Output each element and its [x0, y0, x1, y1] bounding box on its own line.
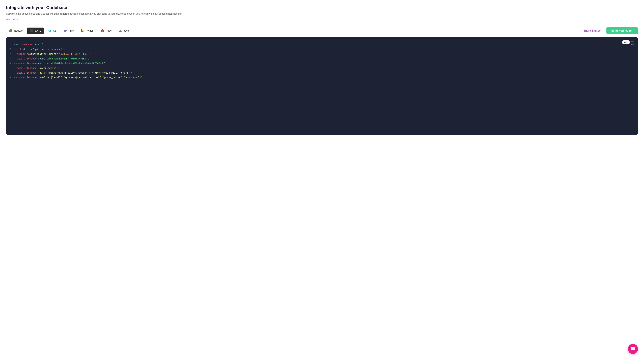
tab-ruby[interactable]: Ruby — [98, 28, 114, 34]
tab-nodejs-label: Node.js — [14, 29, 23, 32]
page-subtitle: Complete the above steps and Courier wil… — [6, 12, 638, 16]
svg-rect-7 — [81, 29, 82, 31]
svg-text:JS: JS — [10, 30, 12, 32]
line-number-2: 2 — [10, 47, 14, 51]
tab-php[interactable]: php PHP — [60, 28, 77, 34]
learn-more-link[interactable]: Learn More — [6, 18, 18, 21]
svg-point-9 — [81, 31, 83, 32]
svg-text:php: php — [64, 30, 66, 32]
tab-go-label: Go — [53, 29, 56, 32]
svg-text:Go: Go — [48, 30, 51, 32]
toolbar-actions: Share Snippet Send Notification — [581, 27, 638, 34]
tab-php-label: PHP — [68, 29, 74, 32]
code-line-2: 2 --url https://api.courier.com/send \ — [10, 47, 633, 52]
page-header: Integrate with your Codebase Complete th… — [6, 5, 638, 21]
tab-curl-label: cURL — [35, 29, 41, 32]
tab-python[interactable]: Python — [78, 28, 96, 34]
code-line-3: 3 --header 'Authorization: Bearer YOUR_A… — [10, 52, 633, 56]
line-number-8: 8 — [10, 75, 14, 80]
line-content-3: --header 'Authorization: Bearer YOUR_AUT… — [14, 52, 633, 56]
code-editor: 1 curl --request POST \ 2 --url https://… — [6, 37, 638, 135]
counter-badge: 0/2 — [622, 40, 630, 44]
line-content-4: --data-urlencode event=GVWP5X1EAK4XM7HTT… — [14, 56, 633, 61]
nodejs-icon: JS — [9, 29, 13, 33]
tab-java[interactable]: Java — [116, 28, 132, 34]
line-number-5: 5 — [10, 61, 14, 66]
line-number-4: 4 — [10, 56, 14, 61]
go-icon: Go — [48, 29, 52, 33]
tab-ruby-label: Ruby — [106, 29, 112, 32]
line-content-1: curl --request POST \ — [14, 42, 633, 47]
line-content-5: --data-urlencode recipient=f2201b9e-09df… — [14, 61, 633, 66]
line-number-1: 1 — [10, 42, 14, 47]
chat-icon — [630, 346, 635, 351]
svg-point-14 — [120, 30, 121, 32]
code-line-1: 1 curl --request POST \ — [10, 42, 633, 47]
copy-button[interactable] — [630, 41, 634, 46]
python-icon — [81, 29, 84, 33]
code-line-6: 6 --data-urlencode 'override={}' \ — [10, 66, 633, 71]
svg-text:>_: >_ — [31, 30, 32, 32]
line-content-7: --data-urlencode 'data={"playerName":"Bi… — [14, 71, 633, 75]
line-content-6: --data-urlencode 'override={}' \ — [14, 66, 633, 71]
line-content-2: --url https://api.courier.com/send \ — [14, 47, 633, 52]
code-line-4: 4 --data-urlencode event=GVWP5X1EAK4XM7H… — [10, 56, 633, 61]
toolbar: JS Node.js >_ cURL Go Go — [6, 24, 638, 37]
tab-python-label: Python — [86, 29, 94, 32]
share-snippet-button[interactable]: Share Snippet — [581, 28, 604, 34]
page-title: Integrate with your Codebase — [6, 5, 638, 10]
line-number-6: 6 — [10, 66, 14, 70]
svg-point-10 — [82, 30, 84, 31]
svg-rect-16 — [631, 41, 633, 44]
line-number-7: 7 — [10, 71, 14, 75]
tab-java-label: Java — [124, 29, 129, 32]
send-notification-button[interactable]: Send Notification — [606, 27, 638, 34]
code-line-7: 7 --data-urlencode 'data={"playerName":"… — [10, 71, 633, 75]
line-content-8: --data-urlencode 'profile={"email":"mgra… — [14, 75, 633, 80]
tab-go[interactable]: Go Go — [45, 28, 59, 34]
line-number-3: 3 — [10, 52, 14, 56]
php-icon: php — [64, 29, 67, 33]
language-tabs: JS Node.js >_ cURL Go Go — [6, 28, 580, 34]
copy-icon — [630, 41, 634, 45]
chat-button[interactable] — [628, 344, 638, 354]
ruby-icon — [100, 29, 104, 33]
tab-nodejs[interactable]: JS Node.js — [6, 28, 26, 34]
code-line-8: 8 --data-urlencode 'profile={"email":"mg… — [10, 75, 633, 80]
tab-curl[interactable]: >_ cURL — [27, 28, 44, 34]
curl-icon: >_ — [30, 29, 33, 33]
code-block: 1 curl --request POST \ 2 --url https://… — [10, 42, 633, 80]
svg-rect-8 — [83, 31, 84, 32]
java-icon — [118, 29, 122, 33]
code-line-5: 5 --data-urlencode recipient=f2201b9e-09… — [10, 61, 633, 66]
